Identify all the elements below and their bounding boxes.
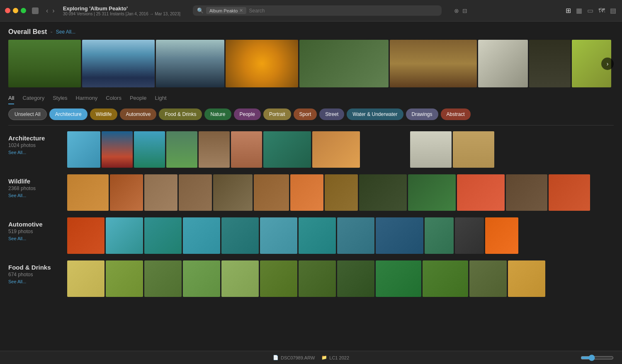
close-button[interactable] (5, 8, 10, 13)
tab-harmony[interactable]: Harmony (76, 95, 98, 104)
food-photo-6[interactable] (260, 260, 297, 297)
wildlife-photo-13[interactable] (549, 174, 590, 211)
map-view-button[interactable]: 🗺 (598, 6, 606, 15)
wildlife-photo-10[interactable] (408, 174, 456, 211)
arch-photo-10[interactable] (410, 131, 452, 168)
wildlife-photo-1[interactable] (67, 174, 109, 211)
filter-water[interactable]: Water & Underwater (347, 108, 403, 120)
food-photo-5[interactable] (221, 260, 259, 297)
arch-photo-11[interactable] (453, 131, 494, 168)
food-photo-7[interactable] (299, 260, 336, 297)
food-photo-4[interactable] (183, 260, 220, 297)
hero-photo-6[interactable] (390, 40, 477, 87)
food-photo-8[interactable] (337, 260, 374, 297)
tab-light[interactable]: Light (155, 95, 166, 104)
food-photo-2[interactable] (106, 260, 143, 297)
food-see-all[interactable]: See All... (8, 279, 62, 284)
wildlife-photo-7[interactable] (290, 174, 323, 211)
search-tag[interactable]: Album Peakto ✕ (206, 7, 246, 14)
wildlife-see-all[interactable]: See All... (8, 193, 62, 198)
hero-photo-7[interactable] (478, 40, 528, 87)
auto-photo-11[interactable] (455, 217, 484, 254)
filter-architecture[interactable]: Architecture (49, 108, 87, 120)
wildlife-photo-8[interactable] (325, 174, 358, 211)
hero-photo-2[interactable] (82, 40, 155, 87)
search-clear-icon[interactable]: ⊗ (454, 7, 459, 14)
wildlife-photo-9[interactable] (359, 174, 407, 211)
auto-photo-4[interactable] (183, 217, 220, 254)
tab-all[interactable]: All (8, 95, 14, 104)
arch-photo-8[interactable] (312, 131, 360, 168)
filter-unselect-all[interactable]: Unselect All (8, 108, 47, 120)
arch-photo-7[interactable] (263, 131, 311, 168)
auto-photo-10[interactable] (425, 217, 454, 254)
wildlife-photo-3[interactable] (144, 174, 177, 211)
wildlife-photo-12[interactable] (506, 174, 547, 211)
filter-drawings[interactable]: Drawings (406, 108, 438, 120)
search-bar[interactable]: 🔍 Album Peakto ✕ (193, 5, 442, 16)
auto-photo-1[interactable] (67, 217, 104, 254)
minimize-button[interactable] (13, 8, 18, 13)
auto-photo-9[interactable] (376, 217, 423, 254)
automotive-see-all[interactable]: See All... (8, 236, 62, 241)
search-icon: 🔍 (197, 7, 204, 14)
zoom-slider[interactable] (581, 354, 614, 361)
auto-photo-5[interactable] (221, 217, 259, 254)
arch-photo-3[interactable] (134, 131, 165, 168)
wildlife-photo-5[interactable] (213, 174, 253, 211)
food-photo-10[interactable] (423, 260, 468, 297)
forward-button[interactable]: › (51, 6, 56, 15)
food-photo-9[interactable] (376, 260, 421, 297)
search-tag-close-icon[interactable]: ✕ (239, 8, 243, 13)
list-view-button[interactable]: ▦ (575, 6, 583, 15)
wildlife-photo-6[interactable] (254, 174, 289, 211)
filter-abstract[interactable]: Abstract (441, 108, 471, 120)
hero-photo-5[interactable] (299, 40, 389, 87)
architecture-see-all[interactable]: See All... (8, 150, 62, 155)
grid-view-button[interactable]: ⊞ (565, 6, 572, 15)
arch-photo-4[interactable] (166, 131, 197, 168)
auto-photo-12[interactable] (485, 217, 518, 254)
wildlife-photo-4[interactable] (179, 174, 212, 211)
filter-food-drinks[interactable]: Food & Drinks (159, 108, 202, 120)
tab-category[interactable]: Category (22, 95, 44, 104)
hero-photo-1[interactable] (8, 40, 81, 87)
auto-photo-6[interactable] (260, 217, 297, 254)
tab-styles[interactable]: Styles (53, 95, 67, 104)
arch-photo-6[interactable] (231, 131, 262, 168)
filter-icon[interactable]: ⊟ (462, 7, 467, 14)
food-photo-1[interactable] (67, 260, 104, 297)
detail-view-button[interactable]: ▭ (586, 6, 594, 15)
arch-photo-1[interactable] (67, 131, 100, 168)
food-photo-3[interactable] (144, 260, 182, 297)
maximize-button[interactable] (21, 8, 26, 13)
wildlife-photo-2[interactable] (110, 174, 143, 211)
arch-photo-2[interactable] (102, 131, 133, 168)
food-photo-11[interactable] (469, 260, 507, 297)
hero-photo-4[interactable] (226, 40, 298, 87)
wildlife-photo-11[interactable] (457, 174, 505, 211)
auto-photo-8[interactable] (337, 217, 374, 254)
filter-street[interactable]: Street (319, 108, 344, 120)
filter-people[interactable]: People (234, 108, 261, 120)
auto-photo-2[interactable] (106, 217, 143, 254)
search-input[interactable] (249, 8, 437, 14)
filter-wildlife[interactable]: Wildlife (90, 108, 118, 120)
overall-best-see-all[interactable]: See All... (56, 29, 75, 35)
hero-photo-3[interactable] (156, 40, 224, 87)
food-photo-12[interactable] (508, 260, 545, 297)
hero-photo-8[interactable] (529, 40, 571, 87)
arch-photo-5[interactable] (199, 131, 230, 168)
arch-photo-9[interactable] (361, 131, 409, 168)
panel-view-button[interactable]: ▤ (609, 6, 617, 15)
back-button[interactable]: ‹ (44, 6, 50, 15)
hero-next-button[interactable]: › (601, 58, 614, 70)
filter-automotive[interactable]: Automotive (120, 108, 156, 120)
filter-nature[interactable]: Nature (204, 108, 231, 120)
auto-photo-3[interactable] (144, 217, 182, 254)
filter-portrait[interactable]: Portrait (263, 108, 291, 120)
filter-sport[interactable]: Sport (294, 108, 317, 120)
auto-photo-7[interactable] (299, 217, 336, 254)
tab-people[interactable]: People (130, 95, 146, 104)
tab-colors[interactable]: Colors (106, 95, 121, 104)
